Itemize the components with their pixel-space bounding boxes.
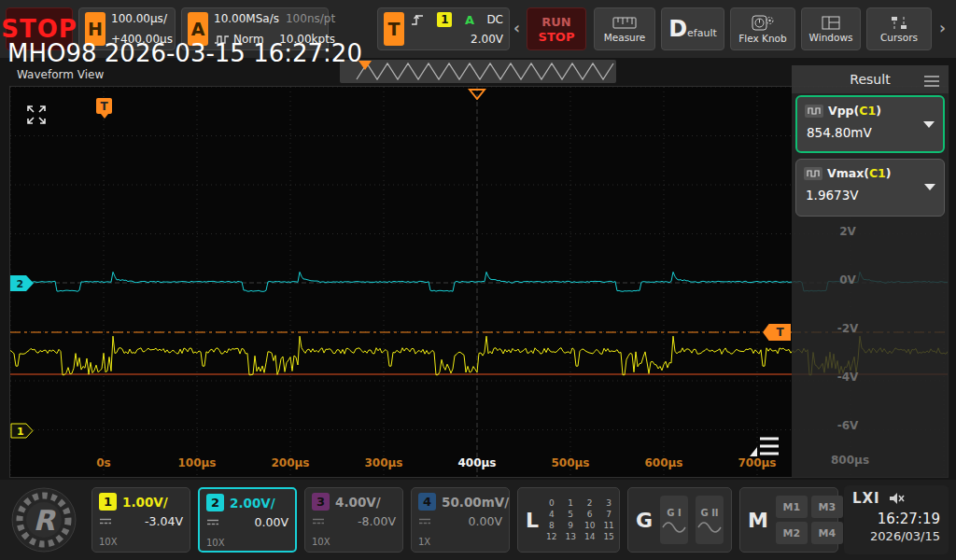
channel-2-marker-label: 2 bbox=[17, 278, 24, 290]
digital-ch: 8 bbox=[546, 521, 556, 530]
dc-coupling-icon bbox=[312, 517, 325, 525]
measurement-item-vmax[interactable]: Vmax(C1) 1.9673V bbox=[795, 159, 945, 217]
channel-4-offset: 0.00V bbox=[435, 514, 502, 528]
y-axis-label-1: 2V bbox=[829, 225, 866, 238]
measure-ruler-icon bbox=[612, 16, 637, 30]
overview-zigzag bbox=[340, 60, 616, 83]
trigger-settings-group[interactable]: T 1 A DC 2.00V bbox=[377, 7, 510, 50]
measure-label: Measure bbox=[604, 32, 646, 43]
flex-knob-label: Flex Knob bbox=[738, 33, 786, 44]
logic-analyzer-box[interactable]: L 0 1 2 3 4 5 6 7 8 9 10 11 12 13 14 15 bbox=[517, 487, 620, 553]
chevron-down-icon[interactable] bbox=[923, 121, 935, 128]
digital-ch: 0 bbox=[546, 498, 556, 508]
stop-label: STOP bbox=[539, 30, 575, 44]
cursors-icon bbox=[890, 16, 908, 30]
cursors-button[interactable]: Cursors bbox=[866, 7, 932, 50]
horizontal-scale: 100.00µs/ bbox=[111, 12, 173, 25]
system-date: 2026/03/15 bbox=[852, 529, 940, 543]
dc-coupling-icon bbox=[99, 517, 112, 525]
y-axis-label-5: -6V bbox=[829, 419, 866, 432]
trigger-badge: T bbox=[384, 12, 404, 46]
math3-button[interactable]: M3 bbox=[811, 496, 843, 518]
channel-1-marker-label: 1 bbox=[17, 426, 24, 438]
measure-button[interactable]: Measure bbox=[594, 7, 655, 50]
channel-2-offset: 0.00V bbox=[223, 515, 288, 529]
digital-ch: 12 bbox=[546, 532, 556, 541]
cursors-label: Cursors bbox=[880, 32, 918, 43]
trigger-auto-indicator: A bbox=[465, 13, 474, 27]
sine-wave-icon bbox=[662, 522, 686, 533]
channel-1-offset: -3.04V bbox=[116, 514, 183, 528]
expand-view-icon[interactable] bbox=[25, 104, 48, 126]
system-status-box: LXI 16:27:19 2026/03/15 bbox=[844, 485, 949, 554]
timebase-overview-strip[interactable] bbox=[340, 60, 616, 83]
x-axis-label-5: 500µs bbox=[551, 456, 589, 469]
x-axis-label-1: 100µs bbox=[177, 456, 216, 469]
sine-wave-icon bbox=[697, 522, 722, 533]
x-axis-label-3: 300µs bbox=[364, 456, 402, 469]
channel-1-probe: 10X bbox=[99, 537, 118, 547]
channel-2-box[interactable]: 2 2.00V/ 0.00V 10X bbox=[198, 487, 297, 553]
digital-ch: 6 bbox=[584, 510, 595, 519]
channel-3-offset: -8.00V bbox=[329, 514, 396, 528]
trigger-level: 2.00V bbox=[471, 33, 503, 46]
logic-label: L bbox=[526, 509, 539, 532]
math1-button[interactable]: M1 bbox=[776, 496, 808, 518]
digital-ch: 10 bbox=[584, 521, 595, 530]
menu-collapse-icon[interactable] bbox=[748, 434, 781, 458]
channel-2-position-marker[interactable]: 2 bbox=[10, 275, 35, 291]
digital-ch: 1 bbox=[565, 498, 575, 508]
windows-button[interactable]: Windows bbox=[801, 7, 861, 50]
channel-4-badge: 4 bbox=[418, 493, 436, 511]
tab-waveform-view[interactable]: Waveform View bbox=[17, 68, 104, 81]
sample-rate: 10.00MSa/s bbox=[214, 12, 279, 25]
channel-4-box[interactable]: 4 50.00mV/ 0.00V 1X bbox=[411, 487, 510, 553]
gen1-button[interactable]: G I bbox=[660, 496, 688, 544]
x-axis-label-0: 0s bbox=[96, 456, 111, 469]
flex-knob-button[interactable]: Flex Knob bbox=[730, 7, 795, 50]
x-axis-label-8: 800µs bbox=[831, 454, 868, 467]
channel-3-scale: 4.00V/ bbox=[335, 495, 381, 510]
digital-ch: 9 bbox=[565, 521, 575, 530]
channel-1-scale: 1.00V/ bbox=[122, 495, 168, 510]
math-box: M M1 M2 M3 M4 bbox=[739, 487, 838, 553]
math2-button[interactable]: M2 bbox=[776, 522, 808, 544]
run-stop-button[interactable]: RUN STOP bbox=[527, 7, 586, 50]
trigger-source-badge: 1 bbox=[437, 12, 452, 27]
measurement-vmax-value: 1.9673V bbox=[804, 188, 936, 203]
windows-icon bbox=[822, 16, 840, 30]
generator-label: G bbox=[636, 509, 653, 532]
channel-4-probe: 1X bbox=[418, 537, 430, 547]
gen2-button[interactable]: G II bbox=[696, 496, 724, 544]
oscilloscope-screen: STOP H 100.00µs/ +400.00µs A 10.00MSa/s … bbox=[0, 0, 956, 560]
digital-channels-grid: 0 1 2 3 4 5 6 7 8 9 10 11 12 13 14 15 bbox=[546, 498, 614, 541]
math-label: M bbox=[748, 509, 768, 532]
speaker-muted-icon[interactable] bbox=[889, 492, 906, 505]
system-time: 16:27:19 bbox=[852, 511, 940, 527]
trigger-time-marker[interactable] bbox=[468, 88, 486, 100]
channel-1-box[interactable]: 1 1.00V/ -3.04V 10X bbox=[91, 487, 190, 553]
channel-2-probe: 10X bbox=[206, 538, 225, 548]
measurement-vpp-value: 854.80mV bbox=[805, 125, 935, 140]
rigol-logo[interactable]: R bbox=[9, 485, 78, 554]
toolbar-nav-right[interactable]: › bbox=[939, 19, 946, 37]
math4-button[interactable]: M4 bbox=[811, 522, 843, 544]
chevron-down-icon[interactable] bbox=[924, 184, 935, 190]
measurement-item-vpp[interactable]: Vpp(C1) 854.80mV bbox=[795, 95, 945, 153]
channel-4-scale: 50.00mV/ bbox=[442, 495, 509, 510]
measurement-vpp-label: Vpp(C1) bbox=[828, 104, 881, 118]
digital-ch: 5 bbox=[565, 510, 575, 519]
x-axis-label-7: 700µs bbox=[738, 456, 776, 469]
y-axis-label-2: 0V bbox=[829, 273, 866, 287]
channel-1-position-marker[interactable]: 1 bbox=[10, 423, 35, 439]
result-menu-icon[interactable] bbox=[924, 73, 939, 90]
toolbar-nav-left[interactable]: ‹ bbox=[513, 19, 520, 37]
trigger-slope-icon bbox=[410, 12, 425, 27]
digital-ch: 14 bbox=[584, 532, 595, 541]
default-button[interactable]: Default bbox=[661, 7, 724, 50]
channel-1-badge: 1 bbox=[99, 493, 117, 511]
channel-3-badge: 3 bbox=[312, 493, 330, 511]
trigger-position-flag[interactable]: T bbox=[96, 98, 112, 114]
channel-3-box[interactable]: 3 4.00V/ -8.00V 10X bbox=[304, 487, 403, 553]
digital-ch: 13 bbox=[565, 532, 575, 541]
